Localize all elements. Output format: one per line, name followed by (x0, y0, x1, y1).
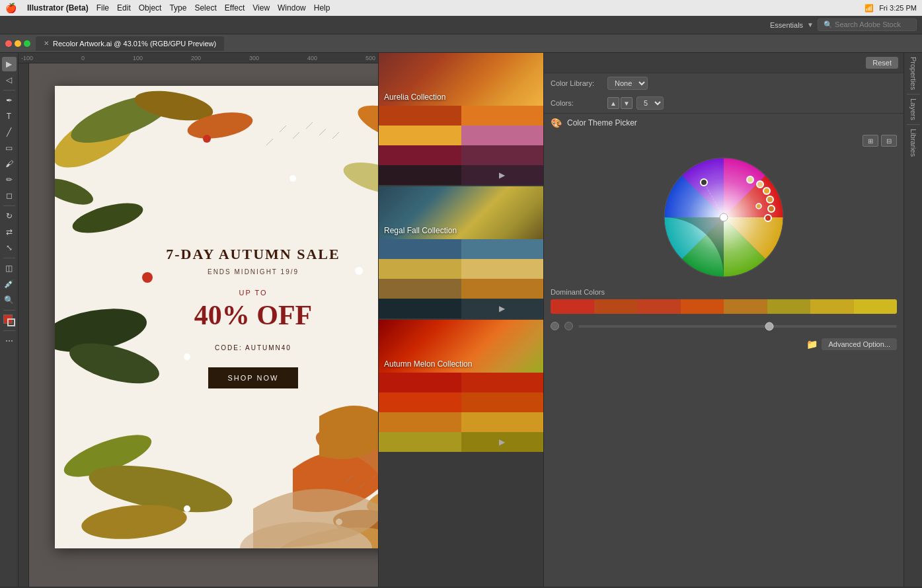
svg-point-29 (283, 525, 289, 532)
swatch-aurelia-6[interactable] (379, 165, 461, 185)
menu-type[interactable]: Type (169, 3, 186, 13)
swatch-autumn-4[interactable] (379, 412, 461, 432)
menu-edit[interactable]: Edit (117, 3, 131, 13)
swatch-regal-4[interactable] (379, 279, 461, 299)
tool-rotate[interactable]: ↻ (2, 209, 17, 223)
dominant-swatch-4[interactable] (724, 299, 767, 314)
library-select[interactable]: None (607, 77, 648, 90)
active-tab[interactable]: ✕ Recolor Artwork.ai @ 43.01% (RGB/GPU P… (36, 36, 224, 51)
svg-point-13 (85, 457, 235, 521)
tool-pen[interactable]: ✒ (2, 93, 17, 108)
svg-point-21 (203, 135, 211, 143)
swatch-autumn-3[interactable] (461, 392, 544, 412)
canvas-area[interactable]: -1000100200300400500 (19, 53, 378, 587)
color-wheel-wrapper[interactable] (661, 155, 787, 280)
advanced-button[interactable]: Advanced Option... (822, 338, 897, 350)
menu-window[interactable]: Window (278, 3, 306, 13)
right-sidebar: Properties Layers Libraries (903, 53, 922, 587)
maximize-btn[interactable] (24, 40, 30, 47)
swatch-regal-0[interactable] (379, 239, 461, 259)
swatch-autumn-5[interactable] (461, 412, 544, 432)
swatch-regal-2[interactable] (379, 259, 461, 279)
tool-eyedrop[interactable]: 💉 (2, 277, 17, 291)
stock-search[interactable]: 🔍 Search Adobe Stock (818, 18, 917, 31)
harmony-dot-right[interactable] (564, 322, 573, 330)
dominant-swatch-6[interactable] (810, 299, 854, 314)
properties-tab[interactable]: Properties (909, 57, 917, 90)
tab-close-icon[interactable]: ✕ (44, 40, 49, 47)
colors-select[interactable]: 5346 (636, 96, 664, 110)
svg-line-35 (266, 139, 273, 145)
folder-icon[interactable]: 📁 (806, 339, 818, 349)
menu-view[interactable]: View (252, 3, 270, 13)
menu-help[interactable]: Help (314, 3, 330, 13)
swatch-aurelia-5[interactable] (461, 145, 544, 165)
colors-row: Colors: ▲ ▼ 5346 (544, 93, 903, 113)
swatch-regal-more[interactable]: ▶ (461, 299, 544, 318)
tool-paintbrush[interactable]: 🖌 (2, 157, 17, 171)
reset-button[interactable]: Reset (866, 57, 898, 69)
dominant-swatch-5[interactable] (767, 299, 811, 314)
tool-line[interactable]: ╱ (2, 125, 17, 139)
artwork-canvas[interactable]: 7-DAY AUTUMN SALE ENDS MIDNIGHT 19/9 UP … (55, 86, 378, 548)
wheel-mode-btn-2[interactable]: ⊟ (881, 135, 897, 147)
swatch-aurelia-more[interactable]: ▶ (461, 165, 544, 185)
swatch-aurelia-2[interactable] (379, 126, 461, 145)
swatch-aurelia-1[interactable] (461, 106, 544, 126)
essentials-chevron[interactable]: ▼ (807, 21, 814, 28)
collection-autumn-header[interactable]: Autumn Melon Collection (379, 320, 543, 373)
swatch-autumn-1[interactable] (461, 373, 544, 392)
dominant-swatch-2[interactable] (637, 299, 681, 314)
tool-zoom[interactable]: 🔍 (2, 293, 17, 307)
tool-gradient[interactable]: ◫ (2, 261, 17, 276)
tool-type[interactable]: T (2, 109, 17, 124)
tool-direct-select[interactable]: ◁ (2, 73, 17, 87)
fill-stroke[interactable] (2, 313, 17, 328)
swatch-regal-1[interactable] (461, 239, 544, 259)
swatch-aurelia-4[interactable] (379, 145, 461, 165)
tool-more[interactable]: ⋯ (2, 334, 17, 348)
tool-select[interactable]: ▶ (2, 57, 17, 71)
collection-regal-header[interactable]: Regal Fall Collection (379, 186, 543, 239)
wheel-mode-btn-1[interactable]: ⊞ (863, 135, 878, 147)
swatch-autumn-0[interactable] (379, 373, 461, 392)
menu-object[interactable]: Object (139, 3, 162, 13)
close-btn[interactable] (5, 40, 12, 47)
tool-reflect[interactable]: ⇄ (2, 225, 17, 239)
swatch-autumn-more[interactable]: ▶ (461, 432, 544, 452)
harmony-slider-thumb[interactable] (765, 322, 774, 330)
swatch-regal-6[interactable] (379, 299, 461, 318)
tool-scale[interactable]: ⤡ (2, 240, 17, 255)
swatch-autumn-6[interactable] (379, 432, 461, 452)
harmony-dot-left[interactable] (551, 322, 559, 330)
menu-select[interactable]: Select (194, 3, 216, 13)
dominant-swatch-0[interactable] (551, 299, 594, 314)
swatch-aurelia-0[interactable] (379, 106, 461, 126)
libraries-tab[interactable]: Libraries (909, 129, 917, 157)
tool-eraser[interactable]: ◻ (2, 188, 17, 203)
app-name: Illustrator (Beta) (27, 3, 89, 13)
harmony-slider-track[interactable] (578, 325, 897, 328)
dominant-swatch-3[interactable] (681, 299, 724, 314)
svg-point-24 (289, 175, 296, 182)
menu-file[interactable]: File (96, 3, 109, 13)
svg-point-17 (330, 503, 378, 548)
colors-down[interactable]: ▼ (621, 97, 633, 109)
swatch-regal-3[interactable] (461, 259, 544, 279)
menu-effect[interactable]: Effect (225, 3, 245, 13)
layers-tab[interactable]: Layers (909, 98, 917, 120)
colors-up[interactable]: ▲ (607, 97, 619, 109)
swatch-autumn-2[interactable] (379, 392, 461, 412)
swatch-aurelia-3[interactable] (461, 126, 544, 145)
svg-point-22 (142, 272, 153, 283)
dominant-swatch-7[interactable] (854, 299, 898, 314)
dominant-swatch-1[interactable] (594, 299, 638, 314)
svg-point-28 (184, 505, 190, 512)
tool-rect[interactable]: ▭ (2, 141, 17, 155)
wifi-icon: 📶 (864, 4, 874, 13)
tool-pencil[interactable]: ✏ (2, 172, 17, 187)
swatch-regal-5[interactable] (461, 279, 544, 299)
minimize-btn[interactable] (15, 40, 21, 47)
apple-menu[interactable]: 🍎 (5, 3, 17, 13)
collection-aurelia-header[interactable]: Aurelia Collection (379, 53, 543, 106)
